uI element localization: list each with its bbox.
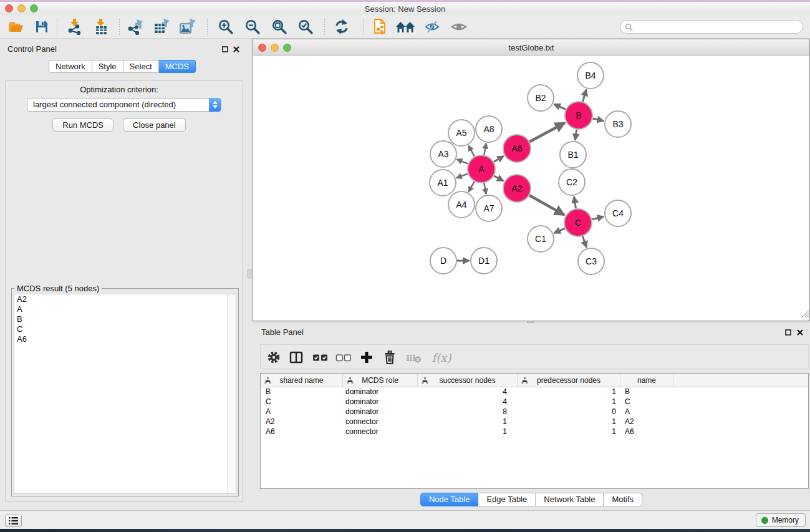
- graph-edge-B-B3[interactable]: [592, 118, 604, 121]
- table-cell[interactable]: 1: [518, 397, 620, 407]
- mcds-result-item[interactable]: B: [14, 314, 236, 324]
- table-cell[interactable]: 1: [518, 427, 620, 437]
- table-cell[interactable]: 4: [418, 397, 518, 407]
- graph-node-D[interactable]: D: [430, 248, 456, 274]
- tab-motifs[interactable]: Motifs: [604, 493, 642, 506]
- mcds-result-item[interactable]: A2: [14, 294, 236, 304]
- graph-edge-B-B1[interactable]: [575, 130, 576, 140]
- table-cell[interactable]: A: [261, 407, 343, 417]
- tab-select[interactable]: Select: [123, 60, 159, 73]
- table-row[interactable]: Adominator80A: [261, 407, 808, 417]
- zoom-out-icon[interactable]: [244, 18, 261, 36]
- table-cell[interactable]: A6: [620, 427, 673, 437]
- hide-eye-icon[interactable]: [423, 18, 441, 36]
- table-cell[interactable]: 1: [518, 387, 620, 397]
- graph-edge-B-B2[interactable]: [554, 104, 566, 110]
- graph-edge-A-A1[interactable]: [456, 174, 468, 178]
- select-all-checkboxes-icon[interactable]: [312, 349, 329, 366]
- graph-node-A7[interactable]: A7: [476, 195, 502, 221]
- mcds-result-item[interactable]: A6: [14, 334, 236, 344]
- table-cell[interactable]: A2: [620, 417, 673, 427]
- save-session-icon[interactable]: [33, 18, 51, 36]
- column-header-mcds-role[interactable]: MCDS role: [343, 374, 418, 387]
- graph-edge-A-A5[interactable]: [468, 145, 475, 157]
- graph-edge-A-A8[interactable]: [484, 143, 486, 155]
- table-cell[interactable]: A6: [261, 427, 343, 437]
- table-cell[interactable]: 1: [518, 417, 620, 427]
- table-cell[interactable]: 1: [418, 427, 518, 437]
- node-table[interactable]: shared name MCDS role successor nodes pr…: [260, 373, 809, 489]
- close-panel-button[interactable]: Close panel: [123, 118, 186, 132]
- graph-edge-A-A2[interactable]: [494, 176, 503, 181]
- tab-style[interactable]: Style: [92, 60, 123, 73]
- memory-button[interactable]: Memory: [756, 513, 806, 527]
- table-cell[interactable]: dominator: [343, 397, 418, 407]
- function-builder-icon[interactable]: f(x): [430, 349, 453, 366]
- graph-node-A1[interactable]: A1: [430, 170, 456, 196]
- graph-node-C3[interactable]: C3: [578, 248, 604, 274]
- graph-edge-C-C4[interactable]: [592, 216, 604, 219]
- optimization-criterion-select[interactable]: largest connected component (directed): [27, 98, 221, 112]
- export-image-icon[interactable]: [178, 18, 196, 36]
- tab-network[interactable]: Network: [49, 60, 92, 73]
- search-field[interactable]: [620, 20, 803, 34]
- export-table-icon[interactable]: [153, 18, 170, 36]
- graph-edge-A-A4[interactable]: [468, 181, 474, 192]
- graph-node-C1[interactable]: C1: [528, 226, 554, 252]
- mcds-result-item[interactable]: C: [14, 324, 236, 334]
- table-cell[interactable]: C: [261, 397, 343, 407]
- table-cell[interactable]: 4: [418, 387, 518, 397]
- graph-node-B4[interactable]: B4: [577, 62, 604, 89]
- columns-icon[interactable]: [287, 349, 305, 366]
- graph-edge-A-A6[interactable]: [494, 156, 504, 162]
- tab-mcds[interactable]: MCDS: [159, 60, 196, 73]
- table-cell[interactable]: B: [261, 387, 343, 397]
- network-canvas[interactable]: B4B2BB3A5A8A6B1A3AC2A1A2A4A7C4CC1C3DD1: [253, 56, 809, 321]
- table-cell[interactable]: dominator: [343, 407, 418, 417]
- graph-edge-A-A3[interactable]: [457, 160, 468, 164]
- graph-node-A3[interactable]: A3: [430, 141, 456, 167]
- import-table-icon[interactable]: [92, 18, 110, 36]
- tab-edge-table[interactable]: Edge Table: [478, 493, 536, 506]
- vertical-splitter-handle[interactable]: [248, 269, 251, 278]
- close-table-panel-icon[interactable]: [796, 329, 804, 336]
- graph-node-C2[interactable]: C2: [559, 169, 585, 195]
- graph-node-A[interactable]: A: [468, 155, 495, 183]
- open-session-icon[interactable]: [7, 18, 24, 36]
- export-network-icon[interactable]: [127, 18, 144, 36]
- graph-edge-A6-B[interactable]: [529, 123, 564, 142]
- table-row[interactable]: A2connector11A2: [261, 417, 808, 427]
- close-panel-icon[interactable]: [233, 46, 240, 53]
- table-cell[interactable]: 1: [418, 417, 518, 427]
- graph-node-B[interactable]: B: [565, 102, 592, 129]
- table-row[interactable]: A6connector11A6: [261, 427, 808, 437]
- resize-grip-icon[interactable]: [801, 309, 809, 320]
- table-cell[interactable]: A2: [261, 417, 343, 427]
- graph-node-A2[interactable]: A2: [503, 175, 531, 202]
- network-window-titlebar[interactable]: testGlobe.txt: [253, 39, 809, 56]
- tab-network-table[interactable]: Network Table: [536, 493, 604, 506]
- add-column-icon[interactable]: [358, 349, 375, 366]
- graph-node-B2[interactable]: B2: [528, 85, 554, 111]
- table-cell[interactable]: connector: [343, 417, 418, 427]
- run-mcds-button[interactable]: Run MCDS: [52, 118, 113, 132]
- network-document-icon[interactable]: [372, 18, 389, 36]
- column-header-name[interactable]: name: [620, 374, 673, 387]
- table-row[interactable]: Cdominator41C: [261, 397, 808, 407]
- graph-node-C[interactable]: C: [564, 209, 592, 236]
- graph-edge-C-C1[interactable]: [554, 228, 565, 233]
- float-panel-icon[interactable]: [221, 46, 229, 53]
- graph-node-B3[interactable]: B3: [605, 111, 631, 137]
- scrollbar[interactable]: [227, 294, 236, 493]
- column-header-shared-name[interactable]: shared name: [261, 374, 343, 387]
- zoom-selected-icon[interactable]: [297, 18, 314, 36]
- float-table-panel-icon[interactable]: [784, 329, 792, 336]
- table-cell[interactable]: 0: [518, 407, 620, 417]
- deselect-all-checkboxes-icon[interactable]: [335, 349, 352, 366]
- graph-node-A8[interactable]: A8: [476, 116, 502, 142]
- table-cell[interactable]: connector: [343, 427, 418, 437]
- mcds-result-item[interactable]: A: [14, 304, 236, 314]
- tab-node-table[interactable]: Node Table: [420, 493, 479, 506]
- graph-node-D1[interactable]: D1: [471, 248, 497, 274]
- table-cell[interactable]: dominator: [343, 387, 418, 397]
